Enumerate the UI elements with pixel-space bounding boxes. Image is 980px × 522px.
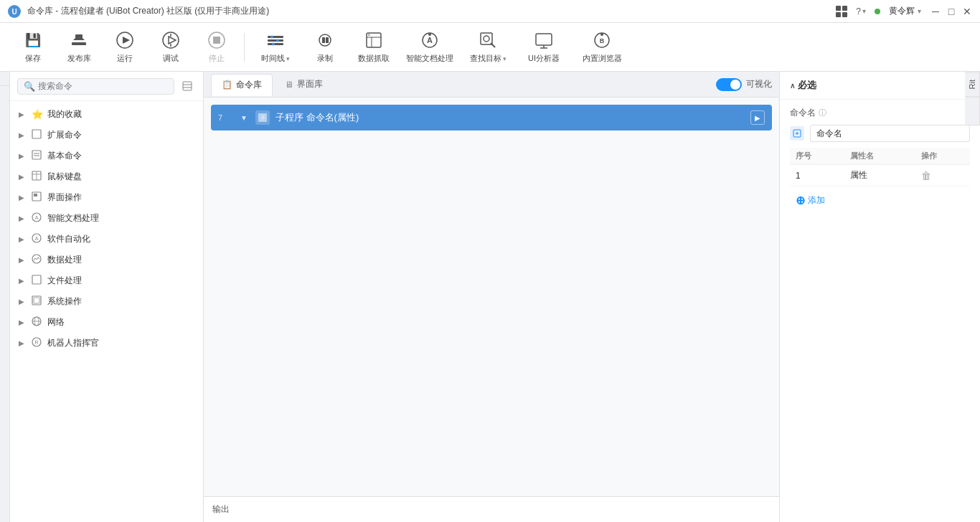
run-icon [115,30,135,50]
toolbar-builtin-browser[interactable]: B 内置浏览器 [573,27,631,67]
svg-rect-2 [72,42,86,45]
run-label: 运行 [117,53,133,64]
favorites-label: 我的收藏 [47,108,82,120]
cmd-name-help[interactable]: ⓘ [819,108,826,118]
edge-tab-2[interactable] [965,97,980,125]
category-mouse-keyboard[interactable]: ▶ 鼠标键盘 [10,166,203,187]
toolbar-run[interactable]: 运行 [103,27,146,67]
user-menu[interactable]: 黄令辉 ▾ [885,4,925,19]
help-button[interactable]: ? ▾ [852,5,870,18]
category-extensions[interactable]: ▶ 扩展命令 + 获取命令 [10,125,203,146]
tab-ui-lib[interactable]: 🖥 界面库 [274,73,334,95]
toggle-knob [730,80,740,90]
search-icon: 🔍 [24,81,35,92]
attr-table: 序号 属性名 操作 1 属性 🗑 [790,148,970,186]
cmd-name-label: 命令名 ⓘ [790,107,826,119]
toolbar-debug[interactable]: 调试 [149,27,192,67]
category-data-process[interactable]: ▶ 数据处理 [10,250,203,270]
output-label: 输出 [212,503,230,516]
toolbar-publish[interactable]: 发布库 [57,27,100,67]
svg-rect-49 [34,194,37,196]
toolbar-data-extract[interactable]: A 数据抓取 [349,27,398,67]
section-arrow: ∧ [790,82,795,90]
minimize-button[interactable]: ─ [930,6,941,17]
flow-row-7[interactable]: 7 ▼ 子 子程序 命令名(属性) ▶ [211,105,772,130]
category-software-auto[interactable]: ▶ A 软件自动化 [10,229,203,250]
left-edge-item[interactable] [0,72,9,86]
visualize-label: 可视化 [746,78,772,90]
svg-rect-42 [32,151,41,159]
category-file-process[interactable]: ▶ 文件处理 [10,270,203,291]
toolbar-find-target[interactable]: 查找目标 ▾ [461,27,514,67]
row-delete[interactable]: 🗑 [915,165,970,186]
record-icon [315,30,335,50]
close-button[interactable]: ✕ [961,6,973,17]
right-edge-tabs: Rit [965,72,980,125]
add-label: 添加 [808,194,825,207]
svg-rect-55 [32,275,41,284]
find-target-label: 查找目标 [470,53,501,64]
title-bar-left: U 命令库 - 流程创建者 (UiBot Creator) 社区版 (仅用于非商… [7,4,269,19]
software-label: 软件自动化 [47,233,90,245]
svg-point-31 [484,36,489,42]
file-label: 文件处理 [47,275,82,287]
timeline-label: 时间线 [261,53,285,64]
data-extract-label: 数据抓取 [358,53,390,64]
system-label: 系统操作 [47,295,82,308]
svg-point-28 [428,33,431,36]
tab-command-lib[interactable]: 📋 命令库 [211,74,273,96]
col-action: 操作 [915,148,970,165]
search-action-btn[interactable] [179,77,196,95]
toolbar-save[interactable]: 💾 保存 [11,27,55,67]
svg-point-18 [272,43,275,46]
category-system-ops[interactable]: ▶ 系统操作 [10,291,203,312]
svg-text:A: A [427,36,433,44]
app-logo: U [7,4,22,19]
category-favorites[interactable]: ▶ ⭐ 我的收藏 [10,104,203,125]
svg-marker-4 [73,34,85,40]
grid-icon[interactable] [836,6,847,17]
svg-text:A: A [368,33,370,37]
file-arrow: ▶ [19,277,27,285]
row-play-btn[interactable]: ▶ [750,110,765,125]
robot-arrow: ▶ [19,339,27,347]
search-input-wrapper[interactable]: 🔍 [17,78,174,95]
svg-marker-6 [123,37,130,44]
category-smart-doc[interactable]: ▶ A 智能文档处理 [10,208,203,229]
right-panel-header: ∧ 必选 [780,72,980,100]
title-bar-right: ? ▾ 黄令辉 ▾ ─ □ ✕ [836,4,973,19]
content-tabs: 📋 命令库 🖥 界面库 可视化 [204,72,779,98]
svg-rect-29 [481,33,492,44]
cmd-name-input-row [790,125,970,142]
system-icon [32,295,43,308]
search-input[interactable] [38,81,168,91]
svg-rect-57 [34,298,39,303]
add-attribute-btn[interactable]: ⊕ 添加 [790,189,970,212]
extensions-label: 扩展命令 [47,129,82,141]
debug-icon [161,30,181,50]
cmd-name-input[interactable] [810,125,970,142]
toolbar-ui-analyzer[interactable]: UI分析器 [517,27,570,67]
category-ui-ops[interactable]: ▶ 界面操作 [10,187,203,208]
maximize-button[interactable]: □ [946,6,957,17]
left-edge-bar [0,72,10,522]
delete-icon[interactable]: 🗑 [921,170,931,181]
toolbar-timeline[interactable]: 时间线 ▾ [250,27,301,67]
section-required-label: 必选 [798,79,816,92]
svg-rect-41 [32,130,41,138]
svg-rect-14 [268,39,283,42]
smart-doc-cat-label: 智能文档处理 [47,212,99,224]
category-basic[interactable]: ▶ 基本命令 [10,146,203,166]
toolbar-smart-doc[interactable]: A 智能文档处理 [401,27,458,67]
toolbar-record[interactable]: 录制 [303,27,347,67]
edge-tab-1[interactable]: Rit [965,72,980,97]
timeline-arrow: ▾ [286,55,290,62]
visualize-toggle-switch[interactable] [716,78,742,91]
category-network[interactable]: ▶ 网络 [10,312,203,333]
output-area: 输出 [204,496,779,522]
toolbar-stop[interactable]: 停止 [195,27,238,67]
save-icon: 💾 [23,30,43,50]
row-toggle[interactable]: ▼ [238,112,250,123]
category-robot-lang[interactable]: ▶ R 机器人指挥官 [10,333,203,353]
row-number: 7 [218,113,232,122]
